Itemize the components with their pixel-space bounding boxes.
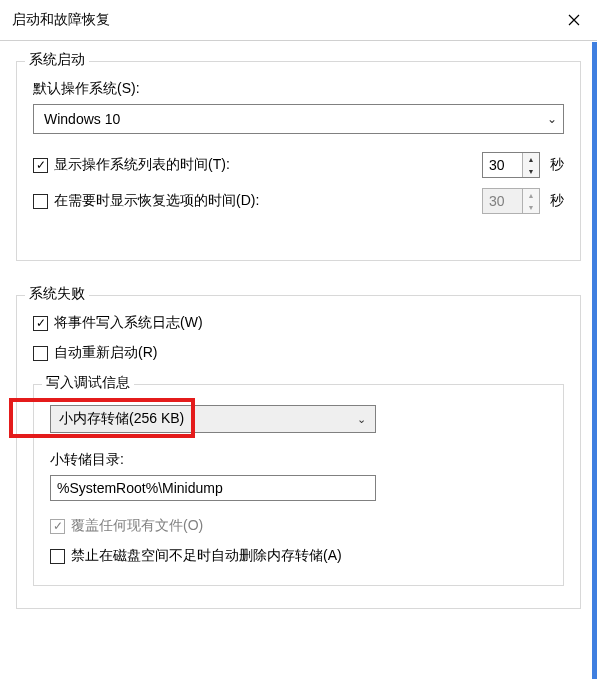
write-event-log-label: 将事件写入系统日志(W) <box>54 314 203 332</box>
window-title: 启动和故障恢复 <box>12 11 110 29</box>
spinner-down-icon[interactable]: ▼ <box>523 165 539 177</box>
spinner-up-icon: ▲ <box>523 189 539 201</box>
default-os-select[interactable]: Windows 10 ⌄ <box>33 104 564 134</box>
debug-type-value: 小内存转储(256 KB) <box>59 410 184 428</box>
auto-restart-label: 自动重新启动(R) <box>54 344 157 362</box>
dump-dir-value: %SystemRoot%\Minidump <box>57 480 223 496</box>
show-recovery-label: 在需要时显示恢复选项的时间(D): <box>54 192 482 210</box>
spinner-buttons: ▲ ▼ <box>522 153 539 177</box>
close-button[interactable] <box>551 0 597 40</box>
system-failure-group: 系统失败 将事件写入系统日志(W) 自动重新启动(R) 写入调试信息 小内存转储… <box>16 295 581 609</box>
auto-restart-checkbox[interactable] <box>33 346 48 361</box>
startup-recovery-dialog: 启动和故障恢复 系统启动 默认操作系统(S): Windows 10 ⌄ 显示操… <box>0 0 597 679</box>
chevron-down-icon: ⌄ <box>351 408 371 430</box>
system-startup-label: 系统启动 <box>25 51 89 69</box>
debug-info-label: 写入调试信息 <box>42 374 134 392</box>
disable-low-disk-checkbox[interactable] <box>50 549 65 564</box>
show-os-list-label: 显示操作系统列表的时间(T): <box>54 156 482 174</box>
seconds-unit: 秒 <box>550 156 564 174</box>
show-os-list-row: 显示操作系统列表的时间(T): 30 ▲ ▼ 秒 <box>33 152 564 178</box>
show-os-list-checkbox[interactable] <box>33 158 48 173</box>
dump-dir-input[interactable]: %SystemRoot%\Minidump <box>50 475 376 501</box>
system-failure-label: 系统失败 <box>25 285 89 303</box>
titlebar: 启动和故障恢复 <box>0 0 597 41</box>
overwrite-row: 覆盖任何现有文件(O) <box>50 517 547 535</box>
default-os-value: Windows 10 <box>44 111 120 127</box>
right-edge-accent <box>592 42 597 679</box>
show-recovery-seconds: 30 ▲ ▼ <box>482 188 540 214</box>
default-os-label: 默认操作系统(S): <box>33 80 564 98</box>
spinner-down-icon: ▼ <box>523 201 539 213</box>
show-os-list-seconds-value: 30 <box>483 153 522 177</box>
auto-restart-row: 自动重新启动(R) <box>33 344 564 362</box>
write-event-log-row: 将事件写入系统日志(W) <box>33 314 564 332</box>
show-os-list-seconds[interactable]: 30 ▲ ▼ <box>482 152 540 178</box>
show-recovery-checkbox[interactable] <box>33 194 48 209</box>
show-recovery-seconds-value: 30 <box>483 189 522 213</box>
chevron-down-icon: ⌄ <box>547 112 557 126</box>
system-startup-group: 系统启动 默认操作系统(S): Windows 10 ⌄ 显示操作系统列表的时间… <box>16 61 581 261</box>
dump-dir-label: 小转储目录: <box>50 451 547 469</box>
overwrite-checkbox <box>50 519 65 534</box>
spinner-up-icon[interactable]: ▲ <box>523 153 539 165</box>
disable-low-disk-row: 禁止在磁盘空间不足时自动删除内存转储(A) <box>50 547 547 565</box>
debug-info-group: 写入调试信息 小内存转储(256 KB) ⌄ 小转储目录: %SystemRoo… <box>33 384 564 586</box>
spinner-buttons: ▲ ▼ <box>522 189 539 213</box>
close-icon <box>568 14 580 26</box>
debug-type-select[interactable]: 小内存转储(256 KB) ⌄ <box>50 405 376 433</box>
seconds-unit: 秒 <box>550 192 564 210</box>
disable-low-disk-label: 禁止在磁盘空间不足时自动删除内存转储(A) <box>71 547 342 565</box>
show-recovery-row: 在需要时显示恢复选项的时间(D): 30 ▲ ▼ 秒 <box>33 188 564 214</box>
overwrite-label: 覆盖任何现有文件(O) <box>71 517 203 535</box>
client-area: 系统启动 默认操作系统(S): Windows 10 ⌄ 显示操作系统列表的时间… <box>0 41 597 609</box>
write-event-log-checkbox[interactable] <box>33 316 48 331</box>
